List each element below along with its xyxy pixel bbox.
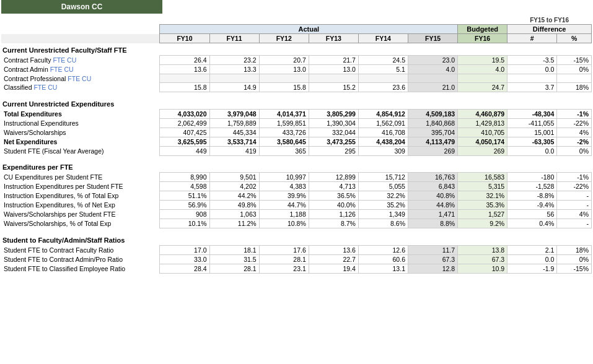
cell-expenditures-4-4: 309 [358, 146, 408, 155]
row-label-exp_per_fte-0: CU Expenditures per Student FTE [1, 173, 160, 182]
cell-ratios-1-3: 22.7 [309, 254, 358, 264]
cell-faculty_fte-0-4: 24.5 [358, 56, 408, 65]
cell-exp_per_fte-3-8: - [557, 201, 592, 210]
row-label-expenditures-3: Net Expenditures [1, 137, 160, 146]
cell-expenditures-1-8: -22% [557, 118, 592, 128]
cell-exp_per_fte-4-7: 56 [507, 210, 557, 219]
cell-ratios-0-5: 11.7 [408, 245, 457, 254]
cell-faculty_fte-2-1 [209, 74, 259, 83]
row-label-expenditures-4: Student FTE (Fiscal Year Average) [1, 146, 160, 155]
section-title-faculty_fte: Current Unrestricted Faculty/Staff FTE [1, 43, 592, 56]
cell-exp_per_fte-5-8: - [557, 219, 592, 228]
cell-exp_per_fte-2-5: 40.8% [408, 191, 457, 201]
cell-ratios-1-6: 67.3 [458, 254, 507, 264]
cell-exp_per_fte-5-4: 8.6% [358, 219, 408, 228]
cell-faculty_fte-2-0 [160, 74, 209, 83]
row-label-expenditures-1: Instructional Expenditures [1, 118, 160, 128]
cell-exp_per_fte-2-8: - [557, 191, 592, 201]
cell-expenditures-2-3: 332,044 [309, 128, 358, 137]
row-label-faculty_fte-2: Contract Professional FTE CU [1, 74, 160, 83]
cell-expenditures-1-7: -411,055 [507, 118, 557, 128]
cell-exp_per_fte-3-5: 44.8% [408, 201, 457, 210]
cell-exp_per_fte-4-3: 1,126 [309, 210, 358, 219]
cell-ratios-1-1: 31.5 [209, 254, 259, 264]
cell-exp_per_fte-3-1: 49.8% [209, 201, 259, 210]
cell-ratios-2-3: 19.4 [309, 264, 358, 273]
row-label-faculty_fte-3: Classified FTE CU [1, 83, 160, 92]
col-fy10: FY10 [160, 34, 209, 43]
cell-faculty_fte-2-3 [309, 74, 358, 83]
cell-exp_per_fte-0-3: 12,899 [309, 173, 358, 182]
cell-exp_per_fte-1-8: -22% [557, 182, 592, 191]
cell-expenditures-1-4: 1,562,091 [358, 118, 408, 128]
cell-exp_per_fte-0-7: -180 [507, 173, 557, 182]
cell-expenditures-4-1: 419 [209, 146, 259, 155]
cell-expenditures-0-4: 4,854,912 [358, 109, 408, 118]
fy-range-label: FY15 to FY16 [507, 16, 592, 25]
section-title-exp_per_fte: Expenditures per FTE [1, 160, 592, 173]
cell-ratios-2-6: 10.9 [458, 264, 507, 273]
row-label-faculty_fte-1: Contract Admin FTE CU [1, 65, 160, 74]
spacer-row [1, 228, 592, 233]
cell-expenditures-2-5: 395,704 [408, 128, 457, 137]
cell-ratios-0-3: 13.6 [309, 245, 358, 254]
row-label-exp_per_fte-1: Instruction Expenditures per Student FTE [1, 182, 160, 191]
cell-faculty_fte-0-0: 26.4 [160, 56, 209, 65]
cell-faculty_fte-0-7: -3.5 [507, 56, 557, 65]
table-row: Waivers/Scholarships per Student FTE9081… [1, 210, 592, 219]
col-fy13: FY13 [309, 34, 358, 43]
cell-faculty_fte-0-3: 21.7 [309, 56, 358, 65]
cell-expenditures-0-6: 4,460,879 [458, 109, 507, 118]
col-fy15: FY15 [408, 34, 457, 43]
cell-ratios-2-8: -15% [557, 264, 592, 273]
cell-exp_per_fte-1-2: 4,383 [259, 182, 309, 191]
table-row: Instruction Expenditures, % of Total Exp… [1, 191, 592, 201]
cell-faculty_fte-3-8: 18% [557, 83, 592, 92]
cell-exp_per_fte-1-5: 6,843 [408, 182, 457, 191]
row-label-ratios-1: Student FTE to Contract Admin/Pro Ratio [1, 254, 160, 264]
cell-exp_per_fte-5-1: 11.2% [209, 219, 259, 228]
cell-exp_per_fte-5-7: 0.4% [507, 219, 557, 228]
cell-exp_per_fte-2-0: 51.1% [160, 191, 209, 201]
cell-exp_per_fte-0-8: -1% [557, 173, 592, 182]
row-label-ratios-0: Student FTE to Contract Faculty Ratio [1, 245, 160, 254]
cell-ratios-1-8: 0% [557, 254, 592, 264]
cell-expenditures-4-0: 449 [160, 146, 209, 155]
cell-ratios-1-5: 67.3 [408, 254, 457, 264]
cell-expenditures-3-1: 3,533,714 [209, 137, 259, 146]
cell-expenditures-2-0: 407,425 [160, 128, 209, 137]
section-title-expenditures: Current Unrestricted Expenditures [1, 97, 592, 110]
cell-exp_per_fte-2-4: 32.2% [358, 191, 408, 201]
cell-exp_per_fte-1-3: 4,713 [309, 182, 358, 191]
cell-expenditures-3-2: 3,580,645 [259, 137, 309, 146]
cell-exp_per_fte-5-0: 10.1% [160, 219, 209, 228]
cell-faculty_fte-1-7: 0.0 [507, 65, 557, 74]
cell-faculty_fte-2-8 [557, 74, 592, 83]
cell-faculty_fte-3-6: 24.7 [458, 83, 507, 92]
col-diff-num: # [507, 34, 557, 43]
cell-exp_per_fte-2-2: 39.9% [259, 191, 309, 201]
cell-expenditures-4-3: 295 [309, 146, 358, 155]
cell-exp_per_fte-1-0: 4,598 [160, 182, 209, 191]
cell-exp_per_fte-0-6: 16,583 [458, 173, 507, 182]
table-row: Net Expenditures3,625,5953,533,7143,580,… [1, 137, 592, 146]
cell-faculty_fte-0-8: -15% [557, 56, 592, 65]
cell-exp_per_fte-3-3: 40.0% [309, 201, 358, 210]
row-label-ratios-2: Student FTE to Classified Employee Ratio [1, 264, 160, 273]
table-row: Instruction Expenditures per Student FTE… [1, 182, 592, 191]
cell-expenditures-3-4: 4,438,204 [358, 137, 408, 146]
school-name-header: Dawson CC [1, 0, 162, 14]
table-row: Instructional Expenditures2,062,4991,759… [1, 118, 592, 128]
cell-ratios-0-2: 17.6 [259, 245, 309, 254]
cell-expenditures-0-7: -48,304 [507, 109, 557, 118]
cell-ratios-1-7: 0.0 [507, 254, 557, 264]
cell-faculty_fte-1-6: 4.0 [458, 65, 507, 74]
cell-exp_per_fte-4-0: 908 [160, 210, 209, 219]
cell-exp_per_fte-4-8: 4% [557, 210, 592, 219]
cell-expenditures-2-1: 445,334 [209, 128, 259, 137]
cell-exp_per_fte-0-4: 15,712 [358, 173, 408, 182]
cell-faculty_fte-1-1: 13.3 [209, 65, 259, 74]
table-row: Contract Admin FTE CU13.613.313.013.05.1… [1, 65, 592, 74]
cell-faculty_fte-2-5 [408, 74, 457, 83]
cell-expenditures-2-8: 4% [557, 128, 592, 137]
